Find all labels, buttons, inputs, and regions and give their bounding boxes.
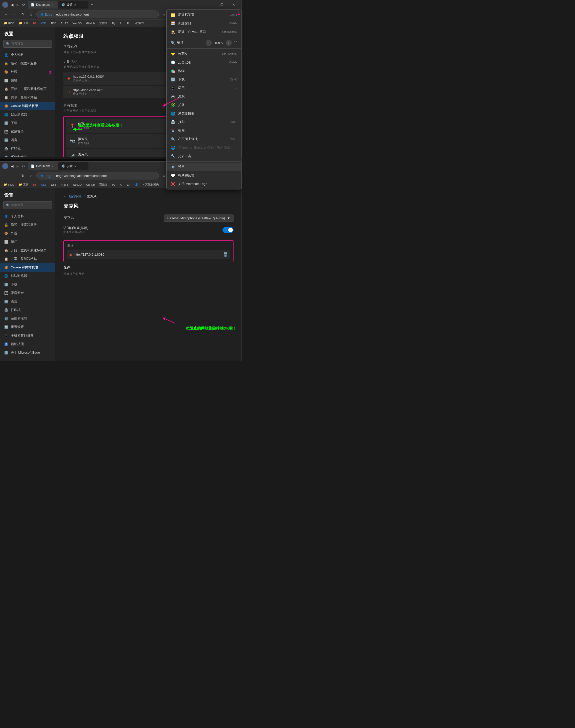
tab-settings-2[interactable]: ⚙️ 设置 ✕	[58, 162, 89, 170]
zoom-out-button[interactable]: —	[206, 40, 212, 46]
bookmark-en-2[interactable]: En	[126, 183, 132, 187]
bookmark-py-2[interactable]: Py	[110, 183, 117, 187]
sidebar-item-系统和性能[interactable]: ⚙️ 系统和性能	[0, 314, 55, 323]
profile-icon-1[interactable]: 👤	[2, 2, 8, 8]
sidebar-item-家庭安全[interactable]: 👨‍👩‍👧 家庭安全	[0, 127, 55, 136]
tab-settings-1[interactable]: ⚙️ 设置 ✕	[58, 1, 89, 8]
rotate-icon[interactable]: ⟳	[21, 2, 26, 8]
menu-new-window[interactable]: 🪟 新建窗口 Ctrl+N	[167, 19, 241, 28]
bookmark-py[interactable]: Py	[110, 21, 117, 25]
home-button-2[interactable]: ⌂	[28, 172, 35, 179]
home-button-1[interactable]: ⌂	[28, 11, 35, 18]
bookmark-es6[interactable]: ES6	[49, 21, 58, 25]
bookmark-more-2[interactable]: » 其他收藏夹	[141, 182, 160, 187]
menu-browser-overview[interactable]: 🌐 浏览器概要	[167, 109, 241, 118]
profile-icon-2[interactable]: 👤	[2, 163, 8, 169]
tab-settings-close-2[interactable]: ✕	[74, 165, 76, 168]
delete-blocked-button[interactable]: 🗑️	[223, 252, 228, 257]
tab-document-2[interactable]: 📄 Document ✕	[28, 162, 58, 170]
breadcrumb-parent[interactable]: 站点权限	[69, 194, 82, 199]
bookmark-h5-2[interactable]: H5	[32, 183, 38, 187]
breadcrumb-back-icon[interactable]: ←	[63, 195, 67, 198]
mic-dropdown[interactable]: Headset Microphone (Realtek(R) Audio) ▼	[164, 214, 234, 222]
sidebar-item-隐私、搜索和服务[interactable]: 🔒 隐私、搜索和服务	[0, 221, 55, 229]
menu-favorites[interactable]: ⭐ 收藏夹 Ctrl+Shift+O	[167, 49, 241, 58]
sidebar-item-个人资料[interactable]: 👤 个人资料	[0, 51, 55, 59]
forward-button-2[interactable]: →	[11, 172, 18, 179]
address-input-1[interactable]: ◉ Edge | edge://settings/content	[36, 10, 159, 18]
sidebar-item-下载[interactable]: ⬇️ 下载	[0, 119, 55, 127]
sidebar-item-共享、复制和粘贴[interactable]: 📋 共享、复制和粘贴	[0, 255, 55, 263]
minimize-button-1[interactable]: —	[204, 1, 215, 8]
bookmark-ai-2[interactable]: AI	[118, 183, 124, 187]
forward-button-1[interactable]: →	[11, 11, 18, 18]
back-button-1[interactable]: ←	[2, 11, 9, 18]
menu-print[interactable]: 🖨️ 打印 Ctrl+P	[167, 118, 241, 126]
bookmark-cs3[interactable]: CS3	[40, 21, 48, 25]
fullscreen-icon[interactable]: ⛶	[234, 41, 237, 45]
menu-downloads[interactable]: ⬇️ 下载 Ctrl+J	[167, 75, 241, 84]
bookmark-github[interactable]: GitHub	[85, 21, 96, 25]
menu-screenshot[interactable]: ✂️ 截图	[167, 126, 241, 135]
sidebar-item-隐私、搜索和服务[interactable]: 🔒 隐私、搜索和服务	[0, 59, 55, 68]
menu-extensions[interactable]: 🧩 扩展	[167, 101, 241, 109]
menu-games[interactable]: 🎮 游戏	[167, 92, 241, 101]
menu-help[interactable]: 💬 帮助和反馈 ›	[167, 171, 241, 180]
sidebar-item-Cookie-和网站权限[interactable]: 🍪 Cookie 和网站权限	[0, 102, 55, 110]
bookmark-h5[interactable]: H5	[32, 21, 38, 25]
bookmark-web3d-2[interactable]: Web3D	[71, 183, 83, 187]
bookmark-person-2[interactable]: 👤	[133, 183, 140, 187]
menu-find[interactable]: 🔍 在页面上查找 Ctrl+F	[167, 135, 241, 143]
tab-doc-close[interactable]: ✕	[52, 3, 54, 6]
sidebar-item-打印机[interactable]: 🖨️ 打印机	[0, 144, 55, 153]
back-icon-2[interactable]: ◀	[10, 163, 14, 169]
forward-icon[interactable]: ▶	[15, 2, 20, 8]
reload-button-1[interactable]: ↻	[19, 11, 26, 18]
new-tab-button-2[interactable]: +	[89, 163, 95, 169]
menu-close-edge[interactable]: ❌ 关闭 Microsoft Edge	[167, 180, 241, 188]
sidebar-item-默认浏览器[interactable]: 🌐 默认浏览器	[0, 110, 55, 119]
sidebar-item-开始、主页和新建标签页[interactable]: 🏠 开始、主页和新建标签页	[0, 85, 55, 93]
sidebar-item-侧栏[interactable]: ⬜ 侧栏	[0, 238, 55, 246]
menu-new-tab[interactable]: 🗂️ 新建标签页 Ctrl+T	[167, 10, 241, 19]
sidebar-item-系统和性能[interactable]: ⚙️ 系统和性能	[0, 153, 55, 157]
bookmark-web3d[interactable]: Web3D	[71, 21, 83, 25]
sidebar-item-辅助功能[interactable]: ♿ 辅助功能	[0, 340, 55, 348]
zoom-in-button[interactable]: +	[226, 40, 232, 46]
menu-history[interactable]: 🕐 历史记录 Ctrl+H	[167, 58, 241, 67]
sidebar-item-关于-Microsoft-Edge[interactable]: ℹ️ 关于 Microsoft Edge	[0, 348, 55, 357]
tab-document-1[interactable]: 📄 Document ✕	[28, 1, 58, 8]
reload-button-2[interactable]: ↻	[19, 172, 26, 179]
menu-shopping[interactable]: 🛍️ 购物	[167, 67, 241, 75]
rotate-icon-2[interactable]: ⟳	[21, 163, 26, 169]
settings-search-2[interactable]: 🔍 搜索设置	[3, 201, 52, 209]
bookmark-tools[interactable]: 📁 工具	[17, 21, 30, 26]
close-button-1[interactable]: ✕	[228, 1, 239, 8]
bookmark-en[interactable]: En	[126, 21, 132, 25]
bookmark-rdc[interactable]: 📁RDC	[2, 21, 16, 25]
sidebar-item-共享、复制和粘贴[interactable]: 📋 共享、复制和粘贴	[0, 93, 55, 102]
new-tab-button-1[interactable]: +	[89, 2, 95, 8]
bookmark-ai[interactable]: AI	[118, 21, 124, 25]
sidebar-item-手机和其他设备[interactable]: 📱 手机和其他设备	[0, 331, 55, 340]
sidebar-item-语言[interactable]: 🔤 语言	[0, 136, 55, 144]
access-toggle[interactable]	[223, 227, 234, 233]
restore-button-1[interactable]: ❐	[216, 1, 228, 8]
forward-icon-2[interactable]: ▶	[15, 163, 20, 169]
sidebar-item-开始、主页和新建标签页[interactable]: 🏠 开始、主页和新建标签页	[0, 246, 55, 255]
sidebar-item-侧栏[interactable]: ⬜ 侧栏	[0, 76, 55, 85]
bookmark-aninfo[interactable]: 安信国	[98, 21, 109, 26]
sidebar-item-重置设置[interactable]: 🔄 重置设置	[0, 323, 55, 331]
sidebar-item-打印机[interactable]: 🖨️ 打印机	[0, 306, 55, 314]
bookmark-aninfo-2[interactable]: 安信国	[98, 182, 109, 187]
sidebar-item-家庭安全[interactable]: 👨‍👩‍👧 家庭安全	[0, 289, 55, 297]
settings-search-1[interactable]: 🔍 搜索设置	[3, 40, 52, 47]
sidebar-item-语言[interactable]: 🔤 语言	[0, 297, 55, 306]
sidebar-item-外观[interactable]: 🎨 外观	[0, 68, 55, 76]
tab-settings-close[interactable]: ✕	[74, 3, 76, 6]
bookmark-arkt5-2[interactable]: ArkT5	[59, 183, 69, 187]
bookmark-cs3-2[interactable]: CS3	[40, 183, 48, 187]
bookmark-rdc-2[interactable]: 📁RDC	[2, 183, 16, 187]
bookmark-es6-2[interactable]: ES6	[49, 183, 58, 187]
sidebar-item-Cookie-和网站权限[interactable]: 🍪 Cookie 和网站权限	[0, 263, 55, 272]
